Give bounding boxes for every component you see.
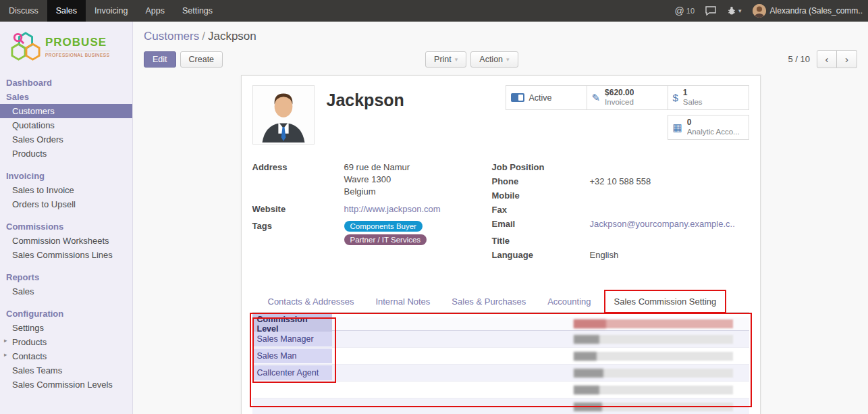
pager-next-button[interactable]: ›	[837, 50, 857, 68]
caret-down-icon: ▾	[506, 56, 510, 63]
sidebar-section-invoicing[interactable]: Invoicing	[0, 169, 132, 183]
sidebar-item-orders-to-upsell[interactable]: Orders to Upsell	[0, 197, 132, 211]
email-link[interactable]: Jackpson@yourcompany.example.c..	[590, 219, 735, 230]
breadcrumb-current: Jackpson	[208, 30, 256, 43]
tab-sales-commission-setting[interactable]: Sales Commission Setting	[604, 290, 727, 313]
sidebar-section-commissions[interactable]: Commissions	[0, 219, 132, 234]
action-label: Action	[479, 55, 503, 64]
pager-previous-button[interactable]: ‹	[817, 50, 837, 68]
table-row-sales-manager[interactable]: Sales Manager	[252, 331, 749, 348]
redacted-value-cell	[574, 369, 751, 378]
debug-menu[interactable]: ▾	[727, 6, 742, 16]
active-toggle-icon	[511, 93, 524, 102]
top-menu-settings[interactable]: Settings	[173, 0, 221, 22]
sidebar-item-settings[interactable]: Settings	[0, 321, 132, 335]
sidebar-item-products[interactable]: Products	[0, 147, 132, 161]
phone-value: +32 10 588 558	[590, 176, 651, 188]
dollar-icon: $	[673, 93, 678, 103]
page-title: Jackpson	[327, 90, 404, 145]
table-row-empty[interactable]	[252, 398, 749, 414]
mention-count: 10	[686, 7, 695, 15]
stat-label-analytic: Analytic Acco...	[687, 128, 740, 136]
bug-icon	[727, 6, 736, 16]
sidebar-item-sales-to-invoice[interactable]: Sales to Invoice	[0, 183, 132, 197]
create-button[interactable]: Create	[180, 51, 223, 68]
sidebar-section-configuration[interactable]: Configuration	[0, 307, 132, 321]
address-line-3: Belgium	[344, 186, 410, 197]
website-link[interactable]: http://www.jackpson.com	[344, 204, 441, 215]
top-menu-sales[interactable]: Sales	[47, 0, 86, 22]
redacted-value-cell	[574, 386, 751, 394]
top-menu-discuss[interactable]: Discuss	[0, 0, 47, 22]
breadcrumb-customers[interactable]: Customers	[144, 30, 199, 43]
caret-down-icon: ▾	[738, 7, 742, 14]
address-value: 69 rue de Namur Wavre 1300 Belgium	[344, 162, 410, 199]
brand-name: PROBUSE	[45, 36, 110, 49]
tab-contacts-addresses[interactable]: Contacts & Addresses	[259, 291, 363, 312]
action-dropdown[interactable]: Action ▾	[470, 51, 518, 68]
notebook-tabs: Contacts & Addresses Internal Notes Sale…	[252, 290, 749, 313]
app-logo[interactable]: PROBUSE PROFESSIONAL BUSINESS	[0, 22, 132, 76]
sidebar-item-sales-commissions-lines[interactable]: Sales Commissions Lines	[0, 248, 132, 262]
pager-value: 5 / 10	[788, 54, 810, 64]
customer-photo[interactable]	[252, 85, 315, 145]
tags-label: Tags	[252, 221, 344, 248]
sidebar-item-customers[interactable]: Customers	[0, 104, 132, 118]
title-label: Title	[492, 236, 590, 247]
tag-partner-it-services[interactable]: Partner / IT Services	[344, 234, 427, 245]
user-avatar	[753, 4, 766, 18]
tab-internal-notes[interactable]: Internal Notes	[367, 291, 439, 312]
stat-button-invoiced[interactable]: ✎ $620.00 Invoiced	[587, 85, 668, 110]
control-panel-buttons: Edit Create Print ▾ Action ▾ 5 / 10	[144, 50, 857, 68]
stat-button-sales[interactable]: $ 1 Sales	[668, 85, 749, 110]
stat-value-analytic: 0	[687, 118, 740, 128]
table-row-callcenter-agent[interactable]: Callcenter Agent	[252, 365, 749, 382]
sidebar-item-sales-teams[interactable]: Sales Teams	[0, 363, 132, 378]
edit-button[interactable]: Edit	[144, 51, 176, 68]
top-menu-apps[interactable]: Apps	[136, 0, 173, 22]
breadcrumb: Customers/Jackpson	[144, 30, 857, 43]
top-menu-invoicing[interactable]: Invoicing	[86, 0, 136, 22]
stat-button-active[interactable]: Active	[506, 85, 587, 110]
stat-button-analytic-accounts[interactable]: ▦ 0 Analytic Acco...	[668, 115, 749, 140]
sidebar-item-reports-sales[interactable]: Sales	[0, 284, 132, 299]
main-content: Customers/Jackpson Edit Create Print ▾ A…	[133, 22, 868, 414]
sidebar-item-sales-orders[interactable]: Sales Orders	[0, 132, 132, 147]
language-label: Language	[492, 250, 590, 261]
email-label: Email	[492, 219, 590, 230]
tab-accounting[interactable]: Accounting	[539, 291, 599, 312]
sidebar-item-config-products[interactable]: ▸ Products	[0, 335, 132, 349]
phone-label: Phone	[492, 176, 590, 188]
sidebar-section-dashboard[interactable]: Dashboard	[0, 76, 132, 90]
stat-label-active: Active	[529, 93, 552, 103]
mobile-label: Mobile	[492, 190, 590, 202]
language-value: English	[590, 250, 619, 261]
topbar: Discuss Sales Invoicing Apps Settings @ …	[0, 0, 868, 22]
table-row-empty[interactable]	[252, 382, 749, 398]
sidebar-item-commission-worksheets[interactable]: Commission Worksheets	[0, 234, 132, 248]
expand-icon[interactable]: ▸	[4, 351, 7, 358]
mention-counter[interactable]: @ 10	[675, 5, 695, 16]
expand-icon[interactable]: ▸	[4, 337, 7, 344]
tag-components-buyer[interactable]: Components Buyer	[344, 221, 423, 232]
sidebar-item-config-contacts[interactable]: ▸ Contacts	[0, 349, 132, 363]
sidebar: PROBUSE PROFESSIONAL BUSINESS Dashboard …	[0, 22, 133, 414]
person-avatar-image	[254, 87, 313, 143]
website-label: Website	[252, 204, 344, 215]
sidebar-item-quotations[interactable]: Quotations	[0, 118, 132, 132]
print-dropdown[interactable]: Print ▾	[425, 51, 466, 68]
pager: 5 / 10 ‹ ›	[788, 50, 857, 68]
table-row-sales-man[interactable]: Sales Man	[252, 348, 749, 365]
messages-icon[interactable]	[705, 6, 716, 16]
commission-level-cell: Sales Manager	[252, 332, 332, 346]
mention-icon: @	[675, 5, 684, 16]
top-menu: Discuss Sales Invoicing Apps Settings	[0, 0, 221, 22]
sidebar-section-reports[interactable]: Reports	[0, 270, 132, 284]
caret-down-icon: ▾	[455, 56, 458, 63]
sidebar-section-sales[interactable]: Sales	[0, 90, 132, 104]
tab-sales-purchases[interactable]: Sales & Purchases	[443, 291, 535, 312]
user-menu[interactable]: Alexandra (Sales_comm..	[753, 4, 863, 18]
commission-table: Commission Level Sales Manager Sales Man…	[252, 317, 749, 414]
brand-tagline: PROFESSIONAL BUSINESS	[45, 51, 110, 57]
sidebar-item-sales-commission-levels[interactable]: Sales Commission Levels	[0, 378, 132, 392]
